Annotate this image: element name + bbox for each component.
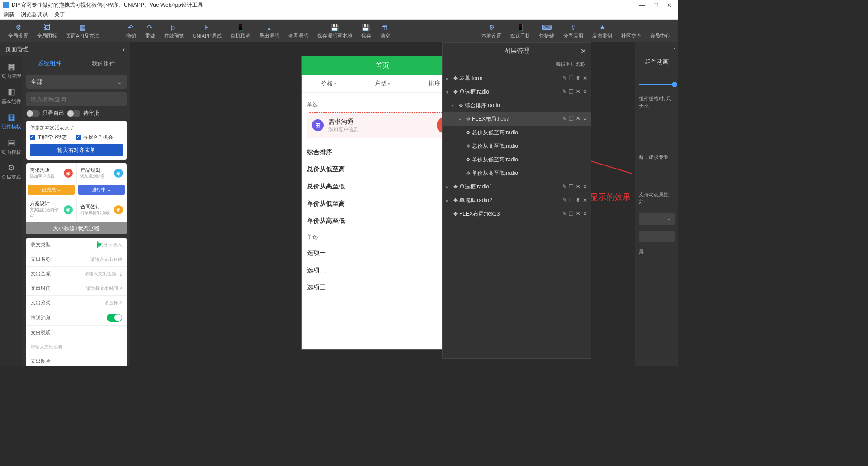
toolbar-真机预览[interactable]: 📱真机预览 bbox=[226, 24, 255, 39]
tab-animation[interactable]: 组件动画 bbox=[635, 55, 678, 69]
expand-icon[interactable]: ▸ bbox=[446, 184, 452, 189]
layer-row[interactable]: ▸✥单选框:radio2✎❐👁✕ bbox=[443, 193, 591, 207]
nav-组件模板[interactable]: ▦组件模板 bbox=[0, 108, 23, 134]
eye-icon[interactable]: 👁 bbox=[576, 89, 581, 95]
expand-icon[interactable]: ▸ bbox=[459, 117, 464, 122]
radio-option[interactable]: 选项一 bbox=[307, 245, 458, 262]
menu-about[interactable]: 关于 bbox=[54, 11, 65, 19]
nav-页面管理[interactable]: ▦页面管理 bbox=[0, 58, 23, 83]
expand-icon[interactable]: ▸ bbox=[446, 76, 452, 81]
menu-browser-debug[interactable]: 浏览器调试 bbox=[21, 11, 48, 19]
copy-icon[interactable]: ❐ bbox=[569, 89, 574, 95]
toggle-own[interactable] bbox=[26, 110, 40, 117]
toolbar-快捷键[interactable]: ⌨快捷键 bbox=[535, 24, 559, 39]
move-icon[interactable]: ✥ bbox=[466, 170, 470, 176]
move-icon[interactable]: ✥ bbox=[466, 116, 470, 122]
toolbar-分享应用[interactable]: ⇪分享应用 bbox=[559, 24, 588, 39]
layer-row[interactable]: ✥总价从低至高:radio bbox=[443, 126, 591, 139]
toolbar-页面API及方法[interactable]: ▦页面API及方法 bbox=[61, 24, 104, 39]
move-icon[interactable]: ✥ bbox=[453, 184, 458, 190]
eye-icon[interactable]: 👁 bbox=[576, 75, 581, 81]
tab-my-components[interactable]: 我的组件 bbox=[76, 56, 130, 71]
copy-icon[interactable]: ❐ bbox=[569, 197, 574, 203]
delete-icon[interactable]: ✕ bbox=[583, 116, 587, 122]
copy-icon[interactable]: ❐ bbox=[569, 184, 574, 190]
template-card-2[interactable]: 需求沟通添加客户信息◉产品规划添加规划信息◉已完成 ⌄进行中 ⌄方案设计方案提供… bbox=[26, 163, 127, 234]
canvas[interactable]: 首页 价格 ▾户型 ▾排序 ▾ 单选 ⊞ 需求沟通 添加客户信息 ◉ 综合排序✓… bbox=[130, 42, 635, 366]
delete-icon[interactable]: ✕ bbox=[583, 197, 587, 203]
toolbar-保存源码至本地[interactable]: 💾保存源码至本地 bbox=[313, 24, 357, 39]
eye-icon[interactable]: 👁 bbox=[576, 197, 581, 203]
switch[interactable] bbox=[107, 314, 122, 322]
move-icon[interactable]: ✥ bbox=[453, 198, 458, 203]
slider[interactable] bbox=[635, 78, 678, 91]
eye-icon[interactable]: 👁 bbox=[576, 116, 581, 122]
layer-row[interactable]: ▸✥FLEX布局:flex7✎❐👁✕ bbox=[443, 112, 591, 126]
sort-option[interactable]: 总价从高至低 bbox=[307, 178, 458, 195]
nav-页面模板[interactable]: ▤页面模板 bbox=[0, 134, 23, 159]
sort-option[interactable]: 单价从高至低 bbox=[307, 212, 458, 230]
toolbar-默认手机[interactable]: 📱默认手机 bbox=[506, 24, 535, 39]
category-select[interactable]: 全部⌄ bbox=[26, 75, 127, 89]
edit-icon[interactable]: ✎ bbox=[562, 197, 567, 203]
edit-icon[interactable]: ✎ bbox=[562, 116, 567, 122]
delete-icon[interactable]: ✕ bbox=[583, 211, 587, 217]
sort-option[interactable]: 综合排序✓ bbox=[307, 144, 458, 161]
eye-icon[interactable]: 👁 bbox=[576, 184, 581, 190]
radio-option[interactable]: 选项三 bbox=[307, 279, 458, 296]
move-icon[interactable]: ✥ bbox=[466, 143, 470, 149]
tab-system-components[interactable]: 系统组件 bbox=[23, 56, 76, 71]
layer-row[interactable]: ✥单价从低至高:radio bbox=[443, 153, 591, 166]
move-icon[interactable]: ✥ bbox=[453, 211, 458, 217]
minimize-button[interactable]: — bbox=[639, 2, 645, 9]
filter-tab[interactable]: 价格 ▾ bbox=[302, 75, 355, 92]
eye-icon[interactable]: 👁 bbox=[576, 211, 581, 217]
copy-icon[interactable]: ❐ bbox=[569, 116, 574, 122]
delete-icon[interactable]: ✕ bbox=[583, 184, 587, 190]
toolbar-重做[interactable]: ↷重做 bbox=[141, 24, 160, 39]
toolbar-查看源码[interactable]: 查看源码 bbox=[284, 24, 313, 39]
delete-icon[interactable]: ✕ bbox=[583, 75, 587, 81]
close-button[interactable]: ✕ bbox=[667, 2, 672, 9]
edit-icon[interactable]: ✎ bbox=[562, 75, 567, 81]
select-field[interactable]: ⌄ bbox=[639, 213, 675, 225]
template-card-3[interactable]: 收支类型 支出 ○ 收入支出名称请输入支出名称支出金额请输入支出金额 元支出时间… bbox=[26, 238, 127, 366]
copy-icon[interactable]: ❐ bbox=[569, 211, 574, 217]
maximize-button[interactable]: ☐ bbox=[653, 2, 659, 9]
sort-option[interactable]: 总价从低至高 bbox=[307, 161, 458, 178]
move-icon[interactable]: ✥ bbox=[453, 89, 458, 95]
move-icon[interactable]: ✥ bbox=[459, 103, 463, 108]
edit-icon[interactable]: ✎ bbox=[562, 184, 567, 190]
edit-icon[interactable]: ✎ bbox=[562, 89, 567, 95]
toolbar-UNIAPP调试[interactable]: ⎘UNIAPP调试 bbox=[189, 24, 226, 39]
template-card-1[interactable]: 你参加本次活动为了 了解行业动态 寻找合作机会 输入右对齐表单 bbox=[26, 121, 127, 160]
layer-row[interactable]: ✥单价从高至低:radio bbox=[443, 166, 591, 180]
copy-icon[interactable]: ❐ bbox=[569, 75, 574, 81]
toolbar-本地设置[interactable]: ⚙本地设置 bbox=[477, 24, 506, 39]
toolbar-清空[interactable]: 🗑清空 bbox=[376, 24, 395, 39]
toolbar-导出源码[interactable]: ⤓导出源码 bbox=[255, 24, 284, 39]
layer-row[interactable]: ▾✥单选框:radio✎❐👁✕ bbox=[443, 85, 591, 99]
toolbar-全局图标[interactable]: 🖼全局图标 bbox=[33, 24, 61, 39]
toolbar-会员中心[interactable]: 会员中心 bbox=[646, 24, 675, 39]
move-icon[interactable]: ✥ bbox=[466, 157, 470, 163]
toolbar-全局设置[interactable]: ⚙全局设置 bbox=[4, 24, 33, 39]
layer-row[interactable]: ✥总价从高至低:radio bbox=[443, 139, 591, 153]
delete-icon[interactable]: ✕ bbox=[583, 89, 587, 95]
layer-row[interactable]: ✥FLEX布局:flex13✎❐👁✕ bbox=[443, 207, 591, 221]
toolbar-在线预览[interactable]: ▷在线预览 bbox=[160, 24, 189, 39]
expand-icon[interactable]: ▸ bbox=[446, 198, 452, 203]
toolbar-保存[interactable]: 💾保存 bbox=[357, 24, 376, 39]
expand-icon[interactable]: ▾ bbox=[452, 103, 457, 108]
demand-card[interactable]: ⊞ 需求沟通 添加客户信息 ◉ bbox=[307, 112, 458, 138]
layer-subtitle[interactable]: 编辑图层名称 bbox=[443, 59, 591, 70]
close-icon[interactable]: ✕ bbox=[580, 47, 586, 56]
nav-全局菜单[interactable]: ⚙全局菜单 bbox=[0, 159, 23, 184]
toggle-pending[interactable] bbox=[67, 110, 80, 117]
search-input[interactable] bbox=[26, 92, 127, 106]
sort-option[interactable]: 单价从低至高 bbox=[307, 195, 458, 212]
toolbar-社区交流[interactable]: 社区交流 bbox=[617, 24, 646, 39]
input-field[interactable] bbox=[639, 231, 675, 242]
collapse-icon[interactable]: ‹ bbox=[123, 46, 125, 53]
forward-icon[interactable]: › bbox=[674, 44, 675, 51]
